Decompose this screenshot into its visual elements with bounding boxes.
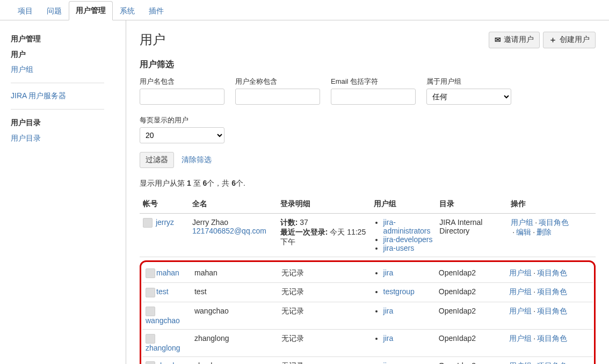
user-fullname: mahan (191, 264, 278, 283)
action-roles-link[interactable]: 项目角色 (537, 334, 567, 343)
user-fullname: test (191, 283, 278, 302)
group-link[interactable]: jira (383, 268, 394, 277)
group-link[interactable]: jira-administrators (383, 218, 431, 235)
summary-total: 6 (231, 179, 236, 187)
create-user-button[interactable]: ＋ 创建用户 (543, 32, 596, 48)
user-link[interactable]: zhanglong (146, 344, 180, 352)
group-link[interactable]: jira (383, 334, 394, 343)
action-roles-link[interactable]: 项目角色 (537, 361, 567, 364)
avatar-icon (146, 268, 155, 278)
users-table: 帐号 全名 登录明细 用户组 目录 操作 jerryz Jerry Zhao (140, 195, 596, 257)
filter-button[interactable]: 过滤器 (140, 152, 174, 168)
sidebar-item-user-dir[interactable]: 用户目录 (11, 131, 126, 146)
th-groups[interactable]: 用户组 (371, 195, 437, 214)
envelope-icon: ✉ (495, 35, 501, 44)
summary-suffix: 个. (236, 179, 245, 187)
create-user-label: 创建用户 (560, 35, 590, 45)
action-groups-link[interactable]: 用户组 (509, 287, 532, 296)
login-cell: 无记录 (278, 357, 371, 364)
filter-fullname-input[interactable] (235, 89, 320, 105)
invite-user-button[interactable]: ✉ 邀请用户 (489, 32, 540, 48)
th-fullname[interactable]: 全名 (189, 195, 277, 214)
login-cell: 无记录 (278, 283, 371, 302)
action-groups-link[interactable]: 用户组 (509, 307, 532, 315)
filter-username-label: 用户名包含 (140, 77, 224, 86)
filter-group-label: 属于用户组 (426, 77, 511, 86)
filter-perpage-select[interactable]: 20 (140, 127, 224, 143)
user-email-link[interactable]: 1217406852@qq.com (192, 227, 266, 235)
bullet-sep: · (533, 361, 535, 364)
login-cell: 无记录 (278, 302, 371, 329)
filter-email-input[interactable] (331, 89, 416, 105)
user-link[interactable]: zhaohu (156, 361, 181, 364)
group-link[interactable]: jira-users (383, 244, 415, 252)
action-roles-link[interactable]: 项目角色 (539, 218, 569, 227)
directory-cell: OpenIdap2 (436, 357, 506, 364)
table-row: testtest无记录testgroupOpenIdap2用户组·项目角色 (142, 283, 593, 302)
sidebar-divider (11, 109, 104, 110)
th-directory[interactable]: 目录 (436, 195, 508, 214)
action-groups-link[interactable]: 用户组 (509, 334, 532, 343)
filter-group-select[interactable]: 任何 (426, 89, 511, 105)
plus-icon: ＋ (549, 35, 557, 45)
filter-perpage-label: 每页显示的用户 (140, 115, 224, 125)
user-fullname: zhaohu (191, 357, 278, 364)
avatar-icon (146, 288, 155, 297)
sidebar: 用户管理 用户 用户组 JIRA 用户服务器 用户目录 用户目录 (0, 20, 126, 364)
group-link[interactable]: jira-developers (383, 235, 433, 244)
clear-filter-link[interactable]: 清除筛选 (182, 155, 212, 165)
nav-plugins[interactable]: 插件 (142, 2, 171, 20)
user-link[interactable]: test (156, 287, 169, 296)
sidebar-item-groups[interactable]: 用户组 (11, 62, 126, 77)
avatar-icon (146, 334, 155, 344)
bullet-sep: · (533, 268, 535, 277)
invite-user-label: 邀请用户 (504, 35, 534, 45)
nav-projects[interactable]: 项目 (11, 2, 40, 20)
login-count: 37 (300, 218, 308, 227)
nav-issues[interactable]: 问题 (40, 2, 69, 20)
bullet-sep: · (533, 287, 535, 296)
table-row: zhaohuzhaohu无记录jiraOpenIdap2用户组·项目角色 (142, 357, 593, 364)
bullet-sep: · (535, 218, 537, 227)
sidebar-item-jira-user-server[interactable]: JIRA 用户服务器 (11, 89, 126, 104)
user-link[interactable]: wangchao (146, 316, 180, 325)
login-cell: 无记录 (278, 264, 371, 283)
table-row: wangchaowangchao无记录jiraOpenIdap2用户组·项目角色 (142, 302, 593, 329)
nav-user-management[interactable]: 用户管理 (69, 1, 113, 20)
nav-system[interactable]: 系统 (113, 2, 142, 20)
sidebar-item-users[interactable]: 用户 (11, 47, 126, 62)
user-fullname: wangchao (191, 302, 278, 329)
bullet-sep: · (512, 228, 514, 236)
directory-cell: OpenIdap2 (436, 264, 506, 283)
group-link[interactable]: jira (383, 361, 394, 364)
highlighted-rows-box: mahanmahan无记录jiraOpenIdap2用户组·项目角色testte… (140, 260, 596, 364)
action-groups-link[interactable]: 用户组 (509, 361, 532, 364)
avatar-icon (146, 361, 155, 364)
summary-prefix: 显示用户从第 (140, 179, 187, 187)
bullet-sep: · (533, 307, 535, 315)
action-roles-link[interactable]: 项目角色 (537, 287, 567, 296)
group-link[interactable]: jira (383, 307, 394, 315)
sidebar-heading-user-dir: 用户目录 (11, 115, 126, 131)
result-summary: 显示用户从第 1 至 6个，共 6个. (140, 179, 596, 188)
user-link[interactable]: jerryz (156, 218, 174, 227)
table-row: zhanglongzhanglong无记录jiraOpenIdap2用户组·项目… (142, 329, 593, 356)
filter-username-input[interactable] (140, 89, 224, 105)
user-link[interactable]: mahan (156, 268, 179, 277)
action-roles-link[interactable]: 项目角色 (537, 307, 567, 315)
th-actions[interactable]: 操作 (508, 195, 596, 214)
group-link[interactable]: testgroup (383, 287, 415, 296)
action-roles-link[interactable]: 项目角色 (537, 268, 567, 277)
action-delete-link[interactable]: 删除 (536, 228, 552, 236)
last-login-label: 最近一次登录: (280, 228, 328, 236)
table-row: mahanmahan无记录jiraOpenIdap2用户组·项目角色 (142, 264, 593, 283)
th-account[interactable]: 帐号 (140, 195, 189, 214)
summary-mid: 至 (191, 179, 203, 187)
bullet-sep: · (533, 334, 535, 343)
action-groups-link[interactable]: 用户组 (509, 268, 532, 277)
action-edit-link[interactable]: 编辑 (516, 228, 531, 236)
sidebar-divider (11, 83, 104, 83)
action-groups-link[interactable]: 用户组 (511, 218, 533, 227)
th-login[interactable]: 登录明细 (277, 195, 371, 214)
page-title: 用户 (140, 31, 165, 48)
